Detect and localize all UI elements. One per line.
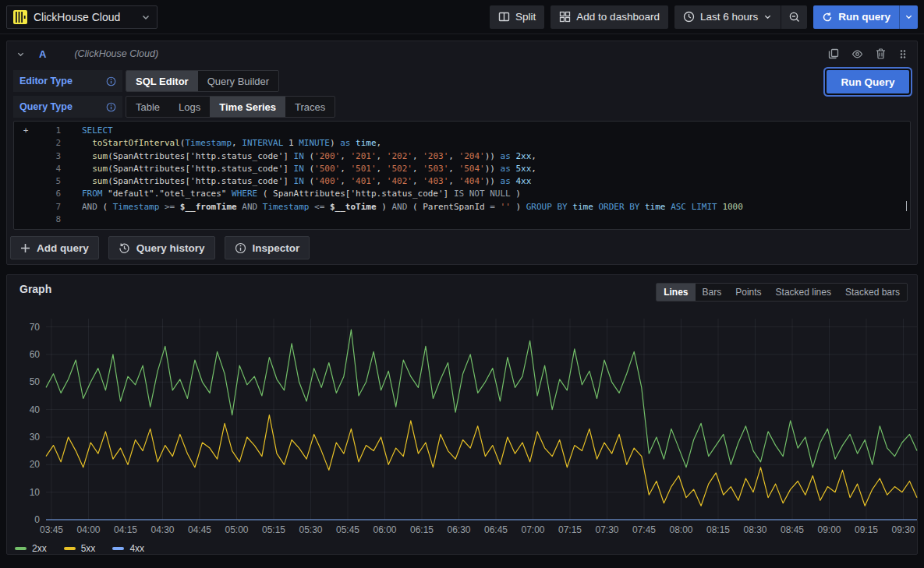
query-type-label-box: Query Type <box>13 96 122 118</box>
legend-item-2xx[interactable]: 2xx <box>15 543 47 554</box>
top-bar: ClickHouse Cloud Split Add to dashboard … <box>0 0 924 34</box>
time-range-group: Last 6 hours <box>674 5 807 29</box>
run-query-inline-button[interactable]: Run Query <box>827 70 909 93</box>
query-type-row: Query Type TableLogsTime SeriesTraces <box>13 96 335 118</box>
x-tick-label: 06:15 <box>410 524 434 535</box>
editor-type-option-sql-editor[interactable]: SQL Editor <box>126 71 198 91</box>
graph-style-option-bars[interactable]: Bars <box>696 284 729 301</box>
x-tick-label: 08:45 <box>781 524 804 535</box>
x-tick-label: 08:15 <box>706 524 730 535</box>
sql-line-5[interactable]: 5 sum(SpanAttributes['http.status_code']… <box>14 175 910 188</box>
magnifier-minus-icon <box>788 11 801 23</box>
editor-type-option-query-builder[interactable]: Query Builder <box>198 71 278 91</box>
sql-line-2[interactable]: 2 toStartOfInterval(Timestamp, INTERVAL … <box>14 137 910 150</box>
sql-line-8[interactable]: 8 <box>14 213 910 226</box>
line-number: 4 <box>37 163 61 175</box>
y-tick-label: 40 <box>7 404 40 415</box>
query-type-tab-logs[interactable]: Logs <box>169 97 210 117</box>
add-to-dashboard-button[interactable]: Add to dashboard <box>551 5 668 29</box>
graph-style-option-points[interactable]: Points <box>728 284 768 301</box>
zoom-out-time-button[interactable] <box>781 5 807 29</box>
sql-line-4[interactable]: 4 sum(SpanAttributes['http.status_code']… <box>14 163 910 175</box>
sql-code-editor[interactable]: +1SELECT2 toStartOfInterval(Timestamp, I… <box>13 121 911 230</box>
line-number: 8 <box>37 213 61 226</box>
x-tick-label: 07:45 <box>632 524 656 535</box>
split-button[interactable]: Split <box>490 5 544 29</box>
refresh-icon <box>822 12 833 23</box>
line-number: 2 <box>37 137 61 150</box>
x-tick-label: 07:00 <box>521 524 544 535</box>
sql-line-1[interactable]: +1SELECT <box>14 125 910 137</box>
editor-type-label: Editor Type <box>13 76 73 86</box>
query-type-tab-table[interactable]: Table <box>126 97 169 117</box>
query-row-header[interactable]: A (ClickHouse Cloud) <box>7 41 917 66</box>
graph-style-switch: LinesBarsPointsStacked linesStacked bars <box>656 283 908 302</box>
legend-swatch <box>64 547 76 550</box>
run-query-dropdown[interactable] <box>899 5 918 29</box>
y-tick-label: 50 <box>7 376 40 387</box>
inspector-button[interactable]: Inspector <box>225 236 310 259</box>
sql-code: +1SELECT2 toStartOfInterval(Timestamp, I… <box>14 125 910 226</box>
legend-item-5xx[interactable]: 5xx <box>64 543 96 554</box>
time-range-picker[interactable]: Last 6 hours <box>674 5 781 29</box>
x-tick-label: 04:45 <box>188 524 211 535</box>
time-range-label: Last 6 hours <box>700 11 758 23</box>
datasource-picker[interactable]: ClickHouse Cloud <box>6 5 158 29</box>
drag-handle-icon[interactable] <box>898 49 908 59</box>
x-tick-label: 04:30 <box>150 524 174 535</box>
add-query-button[interactable]: Add query <box>10 236 99 259</box>
query-history-button[interactable]: Query history <box>108 236 215 259</box>
y-tick-label: 10 <box>7 487 40 498</box>
series-line-2xx <box>46 330 917 467</box>
sql-line-3[interactable]: 3 sum(SpanAttributes['http.status_code']… <box>14 150 910 163</box>
text-cursor <box>906 201 908 211</box>
y-tick-label: 60 <box>7 349 40 360</box>
graph-panel: Graph LinesBarsPointsStacked linesStacke… <box>6 274 918 555</box>
graph-panel-title: Graph <box>19 283 51 295</box>
editor-type-label-box: Editor Type <box>13 70 122 92</box>
line-number: 5 <box>37 175 61 188</box>
plot-area[interactable] <box>46 319 917 520</box>
add-line-icon[interactable]: + <box>14 125 37 137</box>
x-tick-label: 08:30 <box>743 524 766 535</box>
legend-swatch <box>112 547 124 550</box>
query-type-tab-time-series[interactable]: Time Series <box>210 97 285 117</box>
legend-item-4xx[interactable]: 4xx <box>112 543 144 554</box>
sql-line-7[interactable]: 7AND ( Timestamp >= $__fromTime AND Time… <box>14 201 910 213</box>
y-tick-label: 20 <box>7 459 40 470</box>
delete-query-trash-icon[interactable] <box>876 48 886 59</box>
run-query-button[interactable]: Run query <box>813 5 899 29</box>
graph-style-option-stacked-lines[interactable]: Stacked lines <box>769 284 838 301</box>
chart-legend: 2xx5xx4xx <box>15 543 144 554</box>
info-icon[interactable] <box>106 102 116 112</box>
x-tick-label: 05:45 <box>336 524 359 535</box>
hide-response-eye-icon[interactable] <box>851 48 863 60</box>
query-actions-row: Add queryQuery historyInspector <box>10 236 310 259</box>
y-tick-label: 0 <box>7 514 40 525</box>
sql-line-6[interactable]: 6FROM "default"."otel_traces" WHERE ( Sp… <box>14 188 910 200</box>
y-tick-label: 30 <box>7 432 40 443</box>
legend-label: 2xx <box>32 543 47 554</box>
time-series-chart: 010203040506070 <box>7 319 917 520</box>
query-history-icon <box>119 242 130 254</box>
line-number: 1 <box>37 125 61 137</box>
query-type-label: Query Type <box>13 101 73 112</box>
graph-style-option-lines[interactable]: Lines <box>657 284 695 301</box>
legend-label: 4xx <box>129 543 144 554</box>
split-label: Split <box>515 11 536 23</box>
legend-swatch <box>15 547 27 550</box>
query-editor-panel: A (ClickHouse Cloud) Editor Type SQL Edi… <box>6 41 918 265</box>
x-tick-label: 06:45 <box>484 524 508 535</box>
x-tick-label: 06:30 <box>447 524 470 535</box>
info-icon[interactable] <box>106 76 116 86</box>
x-tick-label: 05:15 <box>262 524 285 535</box>
query-ref-id: A <box>39 48 46 60</box>
editor-type-switch: SQL EditorQuery Builder <box>126 70 279 92</box>
clickhouse-logo-icon <box>13 10 27 24</box>
graph-style-option-stacked-bars[interactable]: Stacked bars <box>838 284 907 301</box>
collapse-chevron-icon[interactable] <box>16 50 25 58</box>
x-tick-label: 04:00 <box>76 524 100 535</box>
duplicate-query-icon[interactable] <box>828 48 839 59</box>
query-datasource-hint: (ClickHouse Cloud) <box>74 48 158 59</box>
query-type-tab-traces[interactable]: Traces <box>285 97 335 117</box>
